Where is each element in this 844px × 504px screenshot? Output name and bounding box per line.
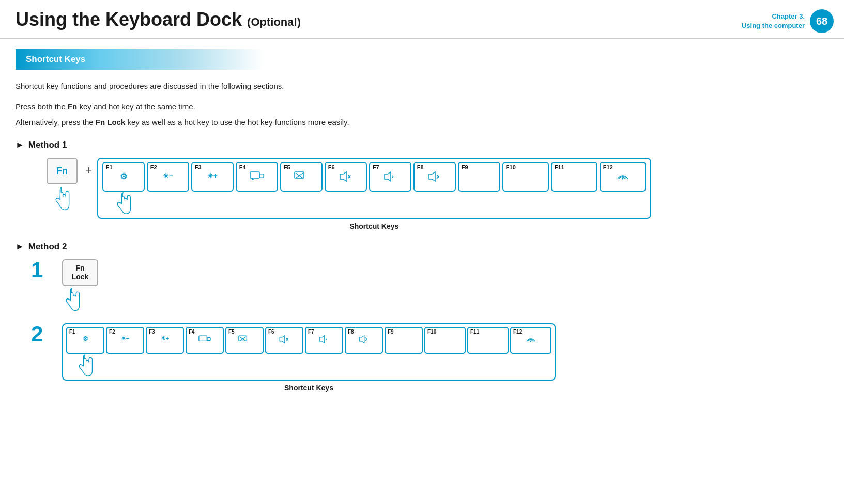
fn-key: Fn xyxy=(47,158,78,184)
page-number: 68 xyxy=(810,9,834,33)
fkey-sm-f9: F9 xyxy=(385,327,423,354)
plus-sign: + xyxy=(85,164,92,177)
step2-content: F1 ⚙ F2 ☀− F3 xyxy=(62,323,556,392)
svg-rect-0 xyxy=(250,172,259,178)
svg-point-12 xyxy=(622,178,623,180)
step1-content: FnLock xyxy=(62,259,98,313)
f1-step2-with-hand: F1 ⚙ xyxy=(66,327,104,377)
svg-marker-10 xyxy=(385,172,391,181)
hand-icon-fnlock xyxy=(62,287,83,313)
fkey-f7: F7 xyxy=(369,162,411,192)
shortcut-banner: Shortcut Keys xyxy=(16,49,264,70)
fn-key-container: Fn xyxy=(47,158,78,212)
step1-number: 1 xyxy=(31,259,52,281)
fkey-sm-f4: F4 xyxy=(186,327,224,354)
page-header: Using the Keyboard Dock (Optional) Chapt… xyxy=(0,0,844,39)
step1-row: 1 FnLock xyxy=(31,259,828,313)
hand-icon-step2-f1 xyxy=(76,354,95,377)
step2-row: 2 F1 ⚙ xyxy=(31,323,828,392)
fkey-f3: F3 ☀+ xyxy=(191,162,234,192)
shortcut-banner-label: Shortcut Keys xyxy=(26,54,85,64)
svg-marker-22 xyxy=(359,336,364,343)
fkey-f8: F8 xyxy=(413,162,456,192)
svg-rect-14 xyxy=(207,338,210,341)
fkey-sm-f3: F3 ☀+ xyxy=(146,327,184,354)
content-area: Shortcut Keys Shortcut key functions and… xyxy=(0,39,844,413)
method1-label: Method 1 xyxy=(28,140,67,150)
fkey-f11: F11 xyxy=(551,162,597,192)
svg-marker-11 xyxy=(429,172,435,181)
fkey-f6: F6 xyxy=(325,162,367,192)
fkey-sm-f5: F5 xyxy=(225,327,264,354)
method2-fkeys-row: F1 ⚙ F2 ☀− F3 xyxy=(62,323,556,381)
method2-header: ► Method 2 xyxy=(16,242,828,252)
svg-rect-1 xyxy=(260,174,264,178)
fkey-f5: F5 xyxy=(280,162,323,192)
method2-diagram: 1 FnLock 2 F1 ⚙ xyxy=(31,259,828,392)
intro-paragraph: Shortcut key functions and procedures ar… xyxy=(16,80,828,92)
press-fnlock-text: Alternatively, press the Fn Lock key as … xyxy=(16,116,828,129)
fkey-sm-f12: F12 xyxy=(510,327,551,354)
svg-marker-18 xyxy=(280,336,285,343)
chapter-label: Chapter 3.Using the computer xyxy=(742,12,805,30)
fkey-f4: F4 xyxy=(236,162,278,192)
fkey-f10: F10 xyxy=(502,162,549,192)
method2-label: Method 2 xyxy=(28,242,67,252)
fn-lock-key: FnLock xyxy=(62,259,98,286)
fkey-sm-f10: F10 xyxy=(424,327,466,354)
method1-header: ► Method 1 xyxy=(16,140,828,150)
page-title: Using the Keyboard Dock (Optional) xyxy=(16,9,301,30)
f1-with-hand: F1 ⚙ xyxy=(102,162,145,215)
fkey-f1: F1 ⚙ xyxy=(102,162,145,192)
svg-point-23 xyxy=(530,341,532,342)
fkey-sm-f6: F6 xyxy=(265,327,303,354)
method1-shortcut-label: Shortcut Keys xyxy=(349,222,398,230)
hand-icon-f1 xyxy=(114,192,133,215)
method2-shortcut-label: Shortcut Keys xyxy=(284,384,333,392)
fkey-sm-f7: F7 xyxy=(305,327,343,354)
press-fn-text: Press both the Fn key and hot key at the… xyxy=(16,101,828,113)
method1-diagram: Fn + F1 ⚙ xyxy=(47,158,828,230)
svg-rect-13 xyxy=(199,336,207,341)
title-main: Using the Keyboard Dock xyxy=(16,9,242,30)
fkey-f12: F12 xyxy=(600,162,646,192)
chapter-badge: Chapter 3.Using the computer 68 xyxy=(742,9,834,33)
fkey-f9: F9 xyxy=(458,162,500,192)
fkey-sm-f1: F1 ⚙ xyxy=(66,327,104,354)
method2-fkeys-wrapper: F1 ⚙ F2 ☀− F3 xyxy=(62,323,556,392)
fkey-sm-f8: F8 xyxy=(345,327,383,354)
hand-icon-1 xyxy=(52,186,72,212)
title-optional: (Optional) xyxy=(247,15,301,28)
fkey-f2: F2 ☀− xyxy=(147,162,189,192)
svg-marker-21 xyxy=(319,336,325,343)
fkey-sm-f11: F11 xyxy=(467,327,509,354)
svg-marker-7 xyxy=(340,172,346,181)
step2-number: 2 xyxy=(31,323,52,345)
fkey-sm-f2: F2 ☀− xyxy=(106,327,144,354)
method1-fkeys-row: F1 ⚙ F2 ☀− F3 ☀+ F4 xyxy=(97,158,651,219)
method1-fkeys-wrapper: F1 ⚙ F2 ☀− F3 ☀+ F4 xyxy=(97,158,651,230)
